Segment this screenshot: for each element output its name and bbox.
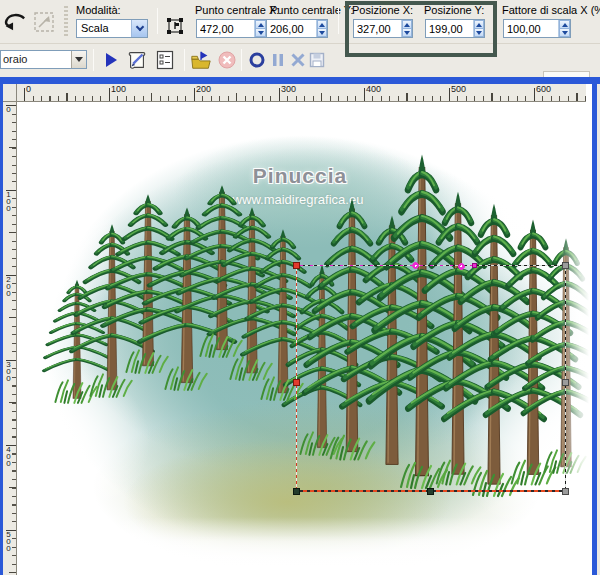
selection-edge-magenta-overlay [300, 265, 474, 266]
edit-script-icon[interactable] [126, 49, 148, 71]
fattore-scala-field[interactable] [503, 19, 571, 38]
spin-down-icon[interactable] [402, 29, 412, 37]
perspective-transform-icon [32, 10, 56, 34]
fattore-scala-input[interactable] [504, 20, 558, 37]
posizione-x-label: Posizione X: [352, 4, 413, 16]
ruler-label: 500 [4, 530, 13, 551]
ruler-label: 400 [364, 84, 381, 94]
ruler-label: 200 [194, 84, 211, 94]
horizontal-ruler: 0 100 200 300 400 500 600 [17, 84, 586, 102]
posizione-y-label: Posizione Y: [424, 4, 484, 16]
script-combobox[interactable]: oraio [0, 50, 87, 69]
spin-up-icon[interactable] [559, 20, 570, 29]
record-script-icon[interactable] [246, 49, 268, 71]
posizione-x-field[interactable] [353, 19, 413, 38]
handle-mid-right[interactable] [562, 379, 569, 386]
spin-up-icon[interactable] [317, 20, 327, 29]
ruler-label: 100 [4, 190, 13, 211]
spin-down-icon[interactable] [474, 29, 484, 37]
fattore-scala-label: Fattore di scala X (%): [502, 4, 600, 16]
punto-centrale-x-spinner[interactable] [254, 20, 266, 37]
deform-options-toolbar: Modalità: Scala Punto centrale X: [0, 0, 600, 44]
run-script-icon[interactable] [190, 49, 212, 71]
ruler-label: 400 [4, 445, 13, 466]
pause-script-icon [267, 49, 289, 71]
spin-up-icon[interactable] [402, 20, 412, 29]
posizione-y-field[interactable] [425, 19, 485, 38]
toolbar-grip[interactable] [64, 6, 68, 38]
ruler-label: 100 [109, 84, 126, 94]
handle-bottom-right[interactable] [562, 488, 569, 495]
save-script-icon [306, 49, 328, 71]
image-window-border-top [0, 77, 600, 84]
punto-centrale-y-input[interactable] [267, 20, 316, 37]
spin-up-icon[interactable] [474, 20, 484, 29]
stop-script-icon [216, 49, 238, 71]
chevron-down-icon[interactable] [131, 20, 147, 37]
punto-centrale-y-spinner[interactable] [316, 20, 327, 37]
modalita-label: Modalità: [76, 4, 121, 16]
ruler-label: 500 [449, 84, 466, 94]
run-selected-script-icon[interactable] [100, 49, 122, 71]
fattore-scala-spinner[interactable] [558, 20, 570, 37]
script-list-icon[interactable] [154, 49, 176, 71]
script-toolbar: oraio [0, 44, 600, 77]
rotation-pivot-icon[interactable] [457, 262, 466, 271]
ruler-label: 300 [4, 360, 13, 381]
vertical-ruler: 0 100 200 300 400 500 [3, 102, 17, 575]
deform-selection-box[interactable] [296, 265, 566, 492]
punto-centrale-y-field[interactable] [266, 19, 328, 38]
modalita-combobox[interactable]: Scala [76, 19, 148, 38]
punto-centrale-y-label: Punto centrale Y: [270, 4, 354, 16]
handle-top-left[interactable] [293, 262, 300, 269]
posizione-y-input[interactable] [426, 20, 473, 37]
rotation-pivot-icon[interactable] [411, 261, 420, 270]
punto-centrale-x-field[interactable] [196, 19, 267, 38]
spin-down-icon[interactable] [317, 29, 327, 37]
posizione-y-spinner[interactable] [473, 20, 484, 37]
spin-down-icon[interactable] [255, 29, 266, 37]
spin-up-icon[interactable] [255, 20, 266, 29]
posizione-x-input[interactable] [354, 20, 401, 37]
pivot-point-icon[interactable] [163, 14, 187, 38]
punto-centrale-x-label: Punto centrale X: [195, 4, 279, 16]
spin-down-icon[interactable] [559, 29, 570, 37]
handle-top-right[interactable] [562, 262, 569, 269]
ruler-label: 0 [4, 105, 13, 112]
ruler-label: 600 [534, 84, 551, 94]
undo-arrow-icon[interactable] [2, 10, 26, 34]
handle-mid-left[interactable] [293, 379, 300, 386]
posizione-x-spinner[interactable] [401, 20, 412, 37]
handle-bottom-center[interactable] [427, 488, 434, 495]
ruler-label: 200 [4, 275, 13, 296]
psp-workspace: Modalità: Scala Punto centrale X: [0, 0, 600, 575]
ruler-label: 300 [279, 84, 296, 94]
ruler-corner-box [3, 84, 17, 102]
punto-centrale-x-input[interactable] [197, 20, 254, 37]
image-canvas[interactable]: Pinuccia www.maidiregrafica.eu [17, 102, 592, 575]
script-name: oraio [1, 51, 71, 68]
modalita-value: Scala [77, 20, 131, 37]
pivot-handle[interactable] [472, 263, 477, 268]
chevron-down-icon[interactable] [71, 51, 86, 68]
ruler-end-gap [586, 84, 592, 102]
handle-bottom-left[interactable] [293, 488, 300, 495]
ruler-label: 0 [24, 84, 31, 94]
